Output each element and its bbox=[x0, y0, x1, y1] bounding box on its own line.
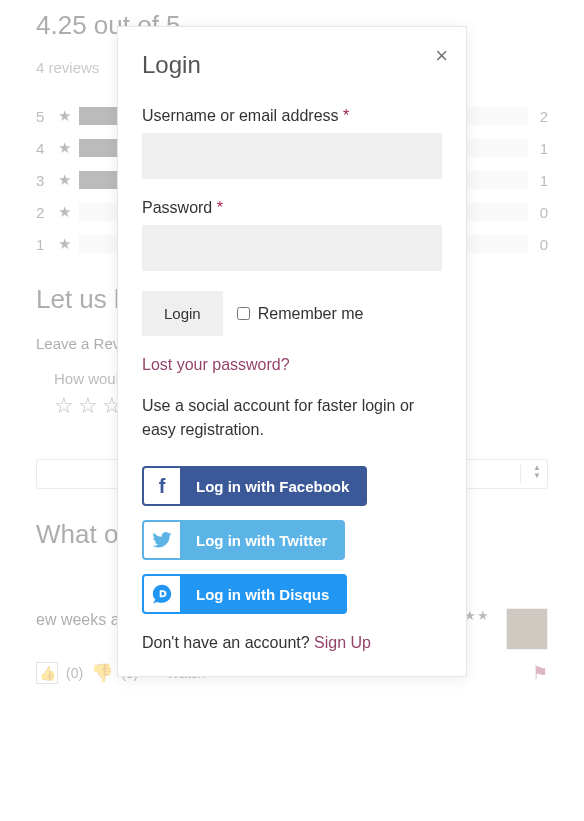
modal-title: Login bbox=[142, 51, 442, 79]
signup-link[interactable]: Sign Up bbox=[314, 634, 371, 651]
remember-label: Remember me bbox=[258, 305, 364, 323]
username-label: Username or email address * bbox=[142, 107, 442, 125]
disqus-icon bbox=[144, 576, 180, 612]
required-marker: * bbox=[217, 199, 223, 216]
disqus-label: Log in with Disqus bbox=[180, 586, 345, 603]
required-marker: * bbox=[343, 107, 349, 124]
close-icon[interactable]: × bbox=[435, 45, 448, 67]
remember-me[interactable]: Remember me bbox=[237, 305, 364, 323]
password-input[interactable] bbox=[142, 225, 442, 271]
modal-overlay[interactable]: × Login Username or email address * Pass… bbox=[0, 0, 584, 821]
username-input[interactable] bbox=[142, 133, 442, 179]
lost-password-link[interactable]: Lost your password? bbox=[142, 356, 290, 374]
remember-checkbox[interactable] bbox=[237, 307, 250, 320]
twitter-login-button[interactable]: Log in with Twitter bbox=[142, 520, 345, 560]
login-button[interactable]: Login bbox=[142, 291, 223, 336]
twitter-icon bbox=[144, 522, 180, 558]
login-modal: × Login Username or email address * Pass… bbox=[117, 26, 467, 677]
disqus-login-button[interactable]: Log in with Disqus bbox=[142, 574, 347, 614]
facebook-icon: f bbox=[144, 468, 180, 504]
facebook-label: Log in with Facebook bbox=[180, 478, 365, 495]
twitter-label: Log in with Twitter bbox=[180, 532, 343, 549]
password-label: Password * bbox=[142, 199, 442, 217]
signup-line: Don't have an account? Sign Up bbox=[142, 634, 442, 652]
social-hint: Use a social account for faster login or… bbox=[142, 394, 442, 442]
facebook-login-button[interactable]: f Log in with Facebook bbox=[142, 466, 367, 506]
